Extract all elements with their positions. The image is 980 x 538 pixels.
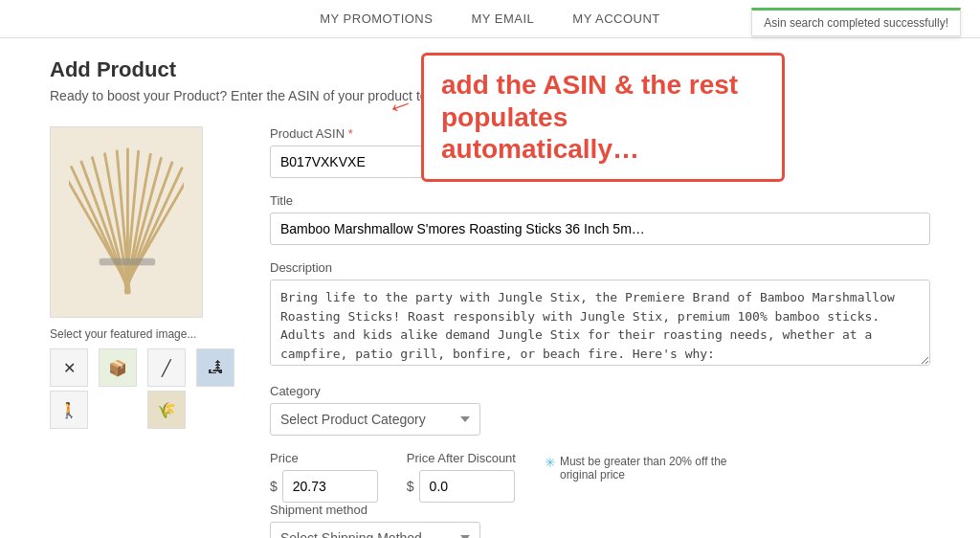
form-section: Product ASIN * ASIN search Title Descrip… <box>270 126 930 538</box>
description-group: Description Bring life to the party with… <box>270 260 930 369</box>
price-row: Price $ Price After Discount $ <box>270 451 930 503</box>
title-input[interactable] <box>270 213 930 245</box>
thumbnail-2[interactable]: 📦 <box>99 348 137 387</box>
thumbnail-3[interactable]: ╱ <box>147 348 186 387</box>
price-after-input[interactable] <box>419 470 515 503</box>
category-label: Category <box>270 384 930 398</box>
price-after-symbol: $ <box>407 479 414 494</box>
callout-text: add the ASIN & the rest populates automa… <box>441 69 765 166</box>
price-label: Price <box>270 451 378 465</box>
main-product-image <box>50 126 203 318</box>
price-after-input-row: $ <box>407 470 516 503</box>
nav-menu: MY PROMOTIONS MY EMAIL MY ACCOUNT <box>320 8 660 30</box>
product-image-svg <box>69 141 184 303</box>
info-icon: ✳ <box>545 455 556 470</box>
asin-input[interactable] <box>270 146 423 178</box>
price-input[interactable] <box>282 470 378 503</box>
description-textarea[interactable]: Bring life to the party with Jungle Stix… <box>270 280 930 366</box>
title-label: Title <box>270 193 930 208</box>
select-image-label: Select your featured image... <box>50 327 241 341</box>
form-layout: Select your featured image... ✕ 📦 ╱ 🏞 🚶 … <box>50 126 930 538</box>
thumbnail-5[interactable]: 🚶 <box>50 391 88 429</box>
price-after-label: Price After Discount <box>407 451 516 465</box>
description-label: Description <box>270 260 930 275</box>
category-group: Category Select Product Category <box>270 384 930 436</box>
thumbnail-row2: 🚶 🌾 <box>50 391 241 429</box>
nav-my-promotions[interactable]: MY PROMOTIONS <box>320 8 433 30</box>
price-group: Price $ <box>270 451 378 503</box>
nav-my-email[interactable]: MY EMAIL <box>471 8 534 30</box>
price-input-row: $ <box>270 470 378 503</box>
toast-message: Asin search completed successfully! <box>764 16 948 30</box>
success-toast: Asin search completed successfully! <box>751 8 961 36</box>
thumbnail-grid: ✕ 📦 ╱ 🏞 <box>50 348 241 387</box>
category-select[interactable]: Select Product Category <box>270 403 480 436</box>
title-group: Title <box>270 193 930 245</box>
shipment-label: Shipment method <box>270 503 930 517</box>
price-after-group: Price After Discount $ <box>407 451 516 503</box>
nav-my-account[interactable]: MY ACCOUNT <box>572 8 659 30</box>
shipment-select[interactable]: Select Shipping Method <box>270 522 480 538</box>
svg-rect-13 <box>100 258 156 266</box>
top-navigation: MY PROMOTIONS MY EMAIL MY ACCOUNT Asin s… <box>0 0 980 38</box>
image-section: Select your featured image... ✕ 📦 ╱ 🏞 🚶 … <box>50 126 241 538</box>
shipment-group: Shipment method Select Shipping Method <box>270 503 930 538</box>
callout-annotation: ← add the ASIN & the rest populates auto… <box>421 53 785 182</box>
svg-rect-7 <box>79 160 129 290</box>
thumbnail-6[interactable]: 🌾 <box>147 391 186 429</box>
thumbnail-4[interactable]: 🏞 <box>196 348 234 387</box>
thumbnail-1[interactable]: ✕ <box>50 348 88 387</box>
price-symbol: $ <box>270 479 278 494</box>
price-note: ✳ Must be greater than 20% off the origi… <box>545 455 736 482</box>
